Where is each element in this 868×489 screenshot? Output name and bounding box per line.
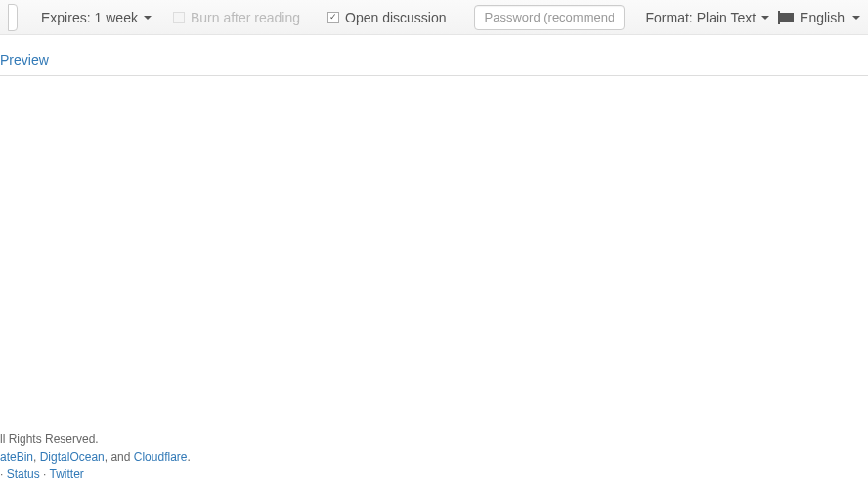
footer-rights: ll Rights Reserved.: [0, 430, 868, 448]
expires-dropdown[interactable]: Expires: 1 week: [33, 4, 159, 31]
footer: ll Rights Reserved. ateBin, DigtalOcean,…: [0, 422, 868, 489]
toolbar: Expires: 1 week Burn after reading Open …: [0, 0, 868, 35]
format-label: Format:: [646, 10, 693, 25]
caret-down-icon: [144, 16, 152, 20]
link-digitalocean[interactable]: DigtalOcean: [40, 450, 105, 464]
link-twitter[interactable]: Twitter: [50, 467, 84, 481]
caret-down-icon: [761, 16, 769, 20]
flag-icon: [780, 13, 794, 22]
burn-label: Burn after reading: [191, 10, 300, 25]
checkbox-icon: [173, 12, 185, 23]
burn-after-reading-toggle[interactable]: Burn after reading: [159, 10, 314, 25]
tab-preview[interactable]: Preview: [0, 42, 61, 75]
format-value: Plain Text: [697, 10, 756, 25]
tabs-bar: Preview: [0, 35, 868, 76]
footer-powered: ateBin, DigtalOcean, and Cloudflare.: [0, 448, 868, 466]
button-fragment[interactable]: [8, 4, 18, 31]
caret-down-icon: [852, 16, 860, 20]
expires-value: 1 week: [95, 10, 138, 25]
content-area[interactable]: [0, 76, 868, 430]
format-dropdown[interactable]: Format: Plain Text: [638, 4, 778, 31]
language-dropdown[interactable]: English: [776, 4, 864, 31]
link-privatebin[interactable]: ateBin: [0, 450, 33, 464]
expires-label: Expires:: [41, 10, 91, 25]
discussion-label: Open discussion: [345, 10, 447, 25]
link-status[interactable]: Status: [7, 467, 40, 481]
open-discussion-toggle[interactable]: Open discussion: [314, 10, 460, 25]
checkbox-checked-icon: [327, 12, 339, 23]
toolbar-left: Expires: 1 week Burn after reading Open …: [8, 4, 777, 31]
link-cloudflare[interactable]: Cloudflare: [134, 450, 188, 464]
footer-links: · Status · Twitter: [0, 466, 868, 483]
language-label: English: [800, 10, 845, 25]
toolbar-right: English: [776, 4, 864, 31]
password-input[interactable]: [474, 5, 625, 30]
